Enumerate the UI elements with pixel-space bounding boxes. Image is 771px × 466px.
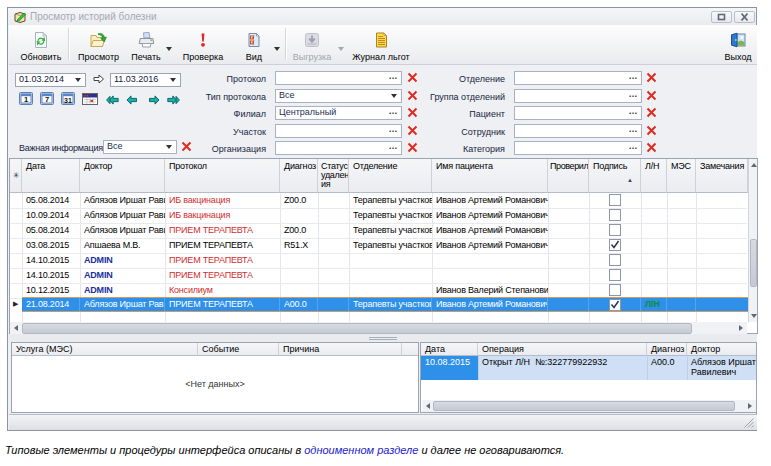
svg-text:7: 7 <box>45 95 49 104</box>
svg-text:31: 31 <box>64 97 72 104</box>
svg-text:1: 1 <box>24 95 28 104</box>
